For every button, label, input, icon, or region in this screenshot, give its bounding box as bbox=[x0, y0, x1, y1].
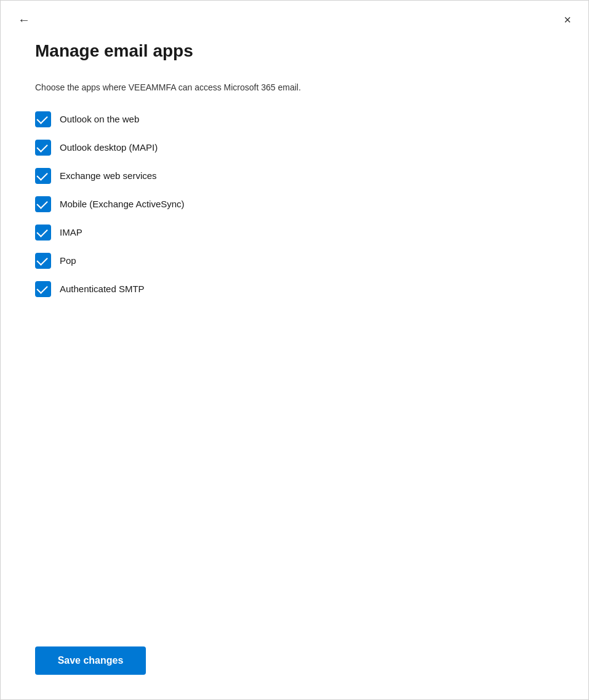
list-item[interactable]: Authenticated SMTP bbox=[35, 281, 554, 297]
close-icon: × bbox=[564, 13, 571, 27]
close-button[interactable]: × bbox=[559, 10, 576, 30]
manage-email-apps-panel: ← × Manage email apps Choose the apps wh… bbox=[0, 0, 589, 700]
checkbox-label: Outlook desktop (MAPI) bbox=[60, 142, 158, 153]
panel-content: Manage email apps Choose the apps where … bbox=[1, 34, 588, 632]
checkbox-mobile-activesync[interactable] bbox=[35, 196, 51, 212]
checkbox-outlook-web[interactable] bbox=[35, 111, 51, 127]
checkbox-label: Pop bbox=[60, 255, 76, 266]
list-item[interactable]: Mobile (Exchange ActiveSync) bbox=[35, 196, 554, 212]
email-apps-list: Outlook on the web Outlook desktop (MAPI… bbox=[35, 111, 554, 297]
checkbox-exchange-web[interactable] bbox=[35, 168, 51, 184]
back-icon: ← bbox=[18, 13, 30, 27]
checkbox-label: Outlook on the web bbox=[60, 114, 139, 124]
description-text: Choose the apps where VEEAMMFA can acces… bbox=[35, 81, 554, 94]
page-title: Manage email apps bbox=[35, 41, 554, 62]
checkbox-label: Authenticated SMTP bbox=[60, 284, 145, 294]
checkbox-label: IMAP bbox=[60, 227, 82, 237]
list-item[interactable]: Outlook on the web bbox=[35, 111, 554, 127]
checkbox-label: Mobile (Exchange ActiveSync) bbox=[60, 199, 185, 209]
list-item[interactable]: Outlook desktop (MAPI) bbox=[35, 140, 554, 156]
list-item[interactable]: IMAP bbox=[35, 225, 554, 241]
panel-header: ← × bbox=[1, 1, 588, 34]
checkbox-label: Exchange web services bbox=[60, 170, 157, 181]
back-button[interactable]: ← bbox=[13, 10, 35, 30]
checkbox-pop[interactable] bbox=[35, 253, 51, 269]
panel-footer: Save changes bbox=[1, 632, 588, 699]
checkbox-auth-smtp[interactable] bbox=[35, 281, 51, 297]
list-item[interactable]: Exchange web services bbox=[35, 168, 554, 184]
list-item[interactable]: Pop bbox=[35, 253, 554, 269]
checkbox-outlook-desktop[interactable] bbox=[35, 140, 51, 156]
save-changes-button[interactable]: Save changes bbox=[35, 646, 146, 675]
checkbox-imap[interactable] bbox=[35, 225, 51, 241]
